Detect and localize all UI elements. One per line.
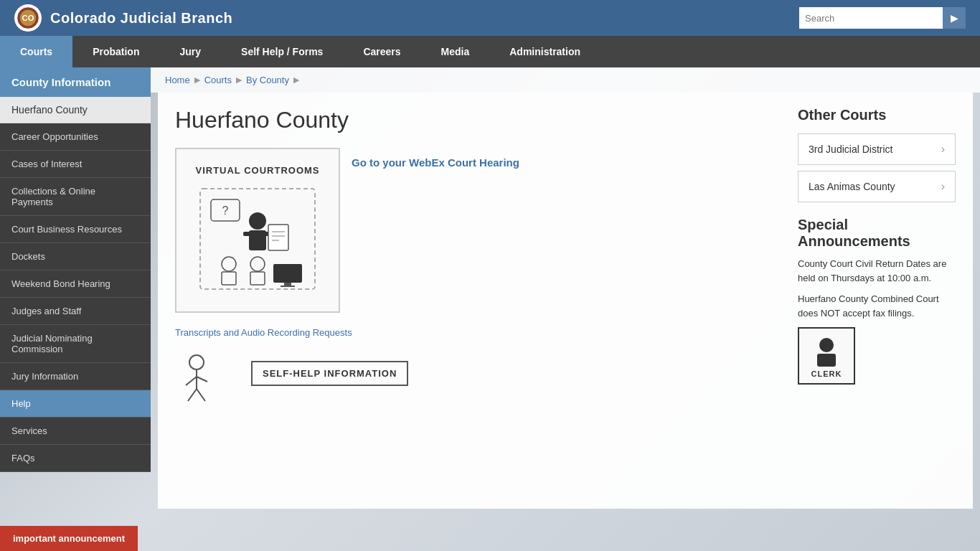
svg-rect-8 (243, 232, 252, 236)
breadcrumb-sep-2: ▶ (236, 75, 242, 85)
sidebar: County Information Huerfano County Caree… (0, 67, 151, 551)
svg-rect-15 (222, 272, 236, 285)
clerk-image: CLERK (798, 327, 855, 385)
nav-item-selfhelp[interactable]: Self Help / Forms (221, 36, 343, 67)
sidebar-item-weekend-bond[interactable]: Weekend Bond Hearing (0, 270, 151, 298)
nav-item-administration[interactable]: Administration (489, 36, 600, 67)
svg-point-16 (250, 257, 265, 271)
court-link-las-animas-label: Las Animas County (809, 181, 895, 192)
main-content: Home ▶ Courts ▶ By County ▶ Huerfano Cou… (151, 67, 980, 551)
main-nav: Courts Probation Jury Self Help / Forms … (0, 36, 980, 67)
nav-item-careers[interactable]: Careers (343, 36, 420, 67)
court-link-3rd-judicial[interactable]: 3rd Judicial District › (798, 133, 956, 165)
svg-text:?: ? (222, 204, 229, 217)
content-left: Huerfano County VIRTUAL COURTROOMS ? (175, 107, 781, 494)
other-courts-title: Other Courts (798, 107, 956, 123)
body-wrapper: County Information Huerfano County Caree… (0, 67, 980, 551)
svg-line-24 (197, 377, 207, 382)
svg-rect-18 (273, 264, 302, 283)
sidebar-item-services[interactable]: Services (0, 418, 151, 445)
chevron-icon-2: › (941, 180, 945, 193)
search-input[interactable] (799, 7, 943, 29)
top-bar: CO Colorado Judicial Branch ▶ (0, 0, 980, 36)
breadcrumb-by-county[interactable]: By County (246, 75, 289, 85)
sidebar-item-judicial-nominating[interactable]: Judicial Nominating Commission (0, 325, 151, 363)
self-help-banner: SELF-HELP INFORMATION (251, 361, 408, 386)
webex-link-area: Go to your WebEx Court Hearing (352, 148, 519, 170)
sidebar-item-cases-of-interest[interactable]: Cases of Interest (0, 151, 151, 178)
sidebar-item-judges-staff[interactable]: Judges and Staff (0, 298, 151, 325)
court-link-las-animas[interactable]: Las Animas County › (798, 171, 956, 202)
nav-item-courts[interactable]: Courts (0, 36, 72, 67)
virtual-courtrooms-label: VIRTUAL COURTROOMS (195, 165, 319, 176)
sidebar-item-court-business[interactable]: Court Business Resources (0, 216, 151, 243)
breadcrumb-courts[interactable]: Courts (204, 75, 232, 85)
svg-text:CO: CO (22, 14, 34, 22)
clerk-label: CLERK (811, 369, 842, 378)
svg-rect-20 (281, 286, 295, 287)
sidebar-subheading[interactable]: Huerfano County (0, 97, 151, 123)
svg-point-14 (222, 257, 236, 271)
chevron-icon-1: › (941, 143, 945, 156)
breadcrumb: Home ▶ Courts ▶ By County ▶ (151, 67, 980, 93)
logo-area: CO Colorado Judicial Branch (14, 4, 232, 32)
svg-rect-19 (284, 283, 291, 286)
transcript-link[interactable]: Transcripts and Audio Recording Requests (175, 327, 781, 338)
svg-point-6 (249, 212, 266, 230)
svg-line-23 (186, 377, 197, 385)
webex-link[interactable]: Go to your WebEx Court Hearing (352, 155, 519, 170)
announcement-1: County Court Civil Return Dates are held… (798, 257, 956, 285)
virtual-courtrooms-box: VIRTUAL COURTROOMS ? (175, 148, 781, 313)
svg-rect-28 (817, 354, 836, 367)
breadcrumb-home[interactable]: Home (165, 75, 190, 85)
breadcrumb-sep-3: ▶ (293, 75, 299, 85)
nav-item-jury[interactable]: Jury (159, 36, 221, 67)
svg-point-21 (189, 355, 204, 369)
nav-item-probation[interactable]: Probation (72, 36, 159, 67)
sidebar-item-career-opportunities[interactable]: Career Opportunities (0, 123, 151, 151)
sidebar-item-faqs[interactable]: FAQs (0, 445, 151, 472)
sidebar-heading: County Information (0, 67, 151, 97)
self-help-area: SELF-HELP INFORMATION (175, 349, 781, 414)
content-right: Other Courts 3rd Judicial District › Las… (798, 107, 956, 494)
sidebar-item-jury-information[interactable]: Jury Information (0, 363, 151, 390)
sidebar-item-dockets[interactable]: Dockets (0, 243, 151, 270)
logo-icon: CO (14, 4, 42, 32)
svg-point-27 (819, 338, 834, 352)
nav-item-media[interactable]: Media (421, 36, 490, 67)
sidebar-item-help[interactable]: Help (0, 390, 151, 418)
search-area: ▶ (799, 7, 966, 29)
special-announcements-title: Special Announcements (798, 217, 956, 250)
important-announcement[interactable]: important announcement (0, 526, 138, 551)
court-link-3rd-judicial-label: 3rd Judicial District (809, 143, 892, 155)
page-title: Huerfano County (175, 107, 781, 133)
content-area: Huerfano County VIRTUAL COURTROOMS ? (158, 93, 973, 509)
svg-rect-10 (268, 225, 288, 250)
self-help-icon (175, 349, 240, 414)
svg-line-26 (197, 389, 205, 401)
site-title: Colorado Judicial Branch (50, 10, 232, 27)
sidebar-item-collections[interactable]: Collections & Online Payments (0, 178, 151, 216)
search-button[interactable]: ▶ (943, 7, 966, 29)
svg-rect-17 (250, 272, 265, 285)
virtual-courtrooms-image: VIRTUAL COURTROOMS ? (175, 148, 340, 313)
svg-line-25 (188, 389, 197, 401)
breadcrumb-sep-1: ▶ (194, 75, 200, 85)
announcement-2: Huerfano County Combined Court does NOT … (798, 292, 956, 320)
